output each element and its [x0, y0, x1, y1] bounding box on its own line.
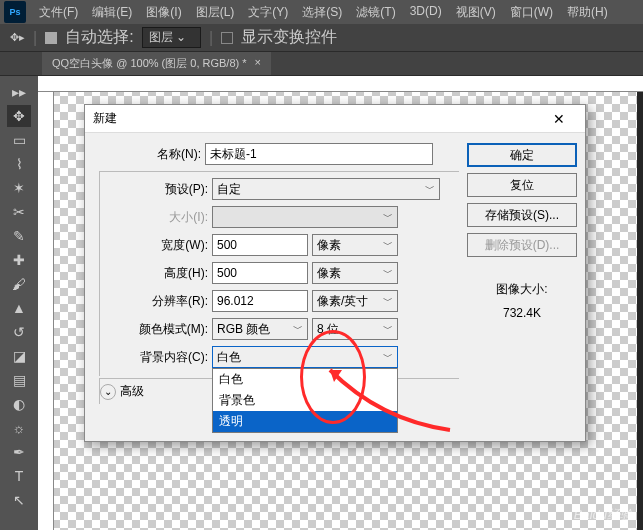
document-tab-close[interactable]: ×: [255, 56, 261, 71]
auto-select-checkbox[interactable]: [45, 32, 57, 44]
new-document-dialog: 新建 ✕ 名称(N): 预设(P): 自定 大小(I): 宽度(W):: [84, 104, 586, 442]
bit-depth-dropdown[interactable]: 8 位: [312, 318, 398, 340]
dialog-title: 新建: [93, 110, 117, 127]
background-dropdown-list: 白色 背景色 透明: [212, 368, 398, 433]
crop-tool-icon[interactable]: ✂: [7, 201, 31, 223]
bg-option-transparent[interactable]: 透明: [213, 411, 397, 432]
tools-panel: ▸▸ ✥ ▭ ⌇ ✶ ✂ ✎ ✚ 🖌 ▲ ↺ ◪ ▤ ◐ ☼ ✒ T ↖: [0, 76, 38, 530]
name-input[interactable]: [205, 143, 433, 165]
gradient-tool-icon[interactable]: ▤: [7, 369, 31, 391]
marquee-tool-icon[interactable]: ▭: [7, 129, 31, 151]
document-tab[interactable]: QQ空白头像 @ 100% (图层 0, RGB/8) * ×: [42, 52, 271, 75]
expand-icon[interactable]: ▸▸: [7, 81, 31, 103]
background-dropdown[interactable]: 白色 白色 背景色 透明: [212, 346, 398, 368]
dodge-tool-icon[interactable]: ☼: [7, 417, 31, 439]
lasso-tool-icon[interactable]: ⌇: [7, 153, 31, 175]
close-icon[interactable]: ✕: [541, 108, 577, 130]
menu-item[interactable]: 视图(V): [449, 4, 503, 21]
menu-item[interactable]: 选择(S): [295, 4, 349, 21]
size-dropdown: [212, 206, 398, 228]
preset-label: 预设(P):: [100, 181, 212, 198]
blur-tool-icon[interactable]: ◐: [7, 393, 31, 415]
pen-tool-icon[interactable]: ✒: [7, 441, 31, 463]
size-label: 大小(I):: [100, 209, 212, 226]
color-mode-label: 颜色模式(M):: [100, 321, 212, 338]
chevron-down-icon[interactable]: ⌄: [100, 384, 116, 400]
move-tool-icon[interactable]: ✥: [7, 105, 31, 127]
menu-item[interactable]: 文字(Y): [241, 4, 295, 21]
ok-button[interactable]: 确定: [467, 143, 577, 167]
reset-button[interactable]: 复位: [467, 173, 577, 197]
eraser-tool-icon[interactable]: ◪: [7, 345, 31, 367]
auto-select-label: 自动选择:: [65, 27, 133, 48]
watermark: Baidu经验: [574, 506, 633, 524]
menu-item[interactable]: 编辑(E): [85, 4, 139, 21]
dialog-title-bar: 新建 ✕: [85, 105, 585, 133]
menu-item[interactable]: 文件(F): [32, 4, 85, 21]
height-label: 高度(H):: [100, 265, 212, 282]
show-transform-label: 显示变换控件: [241, 27, 337, 48]
menu-item[interactable]: 窗口(W): [503, 4, 560, 21]
height-input[interactable]: [212, 262, 308, 284]
menu-bar: Ps 文件(F)编辑(E)图像(I)图层(L)文字(Y)选择(S)滤镜(T)3D…: [0, 0, 643, 24]
history-brush-icon[interactable]: ↺: [7, 321, 31, 343]
height-unit-dropdown[interactable]: 像素: [312, 262, 398, 284]
resolution-unit-dropdown[interactable]: 像素/英寸: [312, 290, 398, 312]
resolution-label: 分辨率(R):: [100, 293, 212, 310]
document-tab-title: QQ空白头像 @ 100% (图层 0, RGB/8) *: [52, 56, 247, 71]
advanced-label: 高级: [120, 383, 144, 400]
menu-item[interactable]: 图层(L): [189, 4, 242, 21]
ruler-horizontal: [38, 76, 643, 92]
background-label: 背景内容(C):: [100, 349, 212, 366]
menu-item[interactable]: 3D(D): [403, 4, 449, 21]
menu-item[interactable]: 滤镜(T): [349, 4, 402, 21]
resolution-input[interactable]: [212, 290, 308, 312]
document-tab-bar: QQ空白头像 @ 100% (图层 0, RGB/8) * ×: [0, 52, 643, 76]
width-input[interactable]: [212, 234, 308, 256]
bg-option-bgcolor[interactable]: 背景色: [213, 390, 397, 411]
image-size-title: 图像大小:: [467, 281, 577, 298]
delete-preset-button: 删除预设(D)...: [467, 233, 577, 257]
text-tool-icon[interactable]: T: [7, 465, 31, 487]
eyedropper-tool-icon[interactable]: ✎: [7, 225, 31, 247]
auto-select-target[interactable]: 图层 ⌄: [142, 27, 201, 48]
healing-tool-icon[interactable]: ✚: [7, 249, 31, 271]
width-unit-dropdown[interactable]: 像素: [312, 234, 398, 256]
options-toolbar: ✥▸ | 自动选择: 图层 ⌄ | 显示变换控件: [0, 24, 643, 52]
image-size-value: 732.4K: [467, 306, 577, 320]
brush-tool-icon[interactable]: 🖌: [7, 273, 31, 295]
preset-dropdown[interactable]: 自定: [212, 178, 440, 200]
move-tool-icon: ✥▸: [10, 31, 25, 44]
save-preset-button[interactable]: 存储预设(S)...: [467, 203, 577, 227]
wand-tool-icon[interactable]: ✶: [7, 177, 31, 199]
width-label: 宽度(W):: [100, 237, 212, 254]
bg-option-white[interactable]: 白色: [213, 369, 397, 390]
menu-item[interactable]: 图像(I): [139, 4, 188, 21]
show-transform-checkbox[interactable]: [221, 32, 233, 44]
name-label: 名称(N):: [93, 146, 205, 163]
stamp-tool-icon[interactable]: ▲: [7, 297, 31, 319]
path-select-icon[interactable]: ↖: [7, 489, 31, 511]
menu-item[interactable]: 帮助(H): [560, 4, 615, 21]
ruler-vertical: [38, 92, 54, 530]
color-mode-dropdown[interactable]: RGB 颜色: [212, 318, 308, 340]
app-logo: Ps: [4, 1, 26, 23]
